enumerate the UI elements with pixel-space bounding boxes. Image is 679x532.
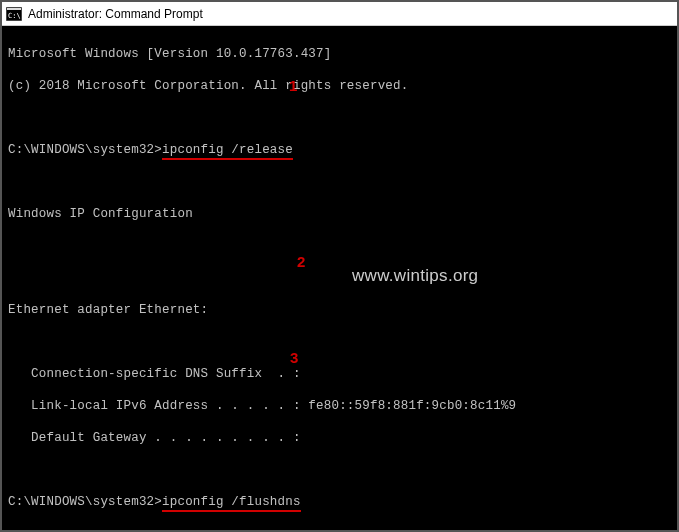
output-line: Microsoft Windows [Version 10.0.17763.43… [8, 46, 671, 62]
output-line: Connection-specific DNS Suffix . : [8, 366, 671, 382]
output-line: Ethernet adapter Ethernet: [8, 302, 671, 318]
prompt-line: C:\WINDOWS\system32>ipconfig /release [8, 142, 671, 158]
prompt-path: C:\WINDOWS\system32> [8, 143, 162, 157]
svg-text:C:\: C:\ [8, 12, 21, 20]
output-line: Link-local IPv6 Address . . . . . : fe80… [8, 398, 671, 414]
output-line [8, 110, 671, 126]
output-line [8, 462, 671, 478]
prompt-path: C:\WINDOWS\system32> [8, 495, 162, 509]
output-line: (c) 2018 Microsoft Corporation. All righ… [8, 78, 671, 94]
titlebar[interactable]: C:\ Administrator: Command Prompt [2, 2, 677, 26]
output-line: Windows IP Configuration [8, 206, 671, 222]
annotation-2: 2 [297, 254, 306, 270]
output-line [8, 238, 671, 254]
output-line [8, 174, 671, 190]
prompt-line: C:\WINDOWS\system32>ipconfig /flushdns [8, 494, 671, 510]
annotation-3: 3 [290, 350, 299, 366]
annotation-1: 1 [289, 78, 298, 94]
cmd-icon: C:\ [6, 7, 22, 21]
output-line [8, 270, 671, 286]
titlebar-title: Administrator: Command Prompt [28, 7, 203, 21]
svg-rect-1 [7, 8, 21, 10]
command-text: ipconfig /release [162, 143, 293, 160]
output-line: Default Gateway . . . . . . . . . : [8, 430, 671, 446]
terminal-output[interactable]: Microsoft Windows [Version 10.0.17763.43… [2, 26, 677, 532]
output-line [8, 526, 671, 532]
command-text: ipconfig /flushdns [162, 495, 301, 512]
output-line [8, 334, 671, 350]
